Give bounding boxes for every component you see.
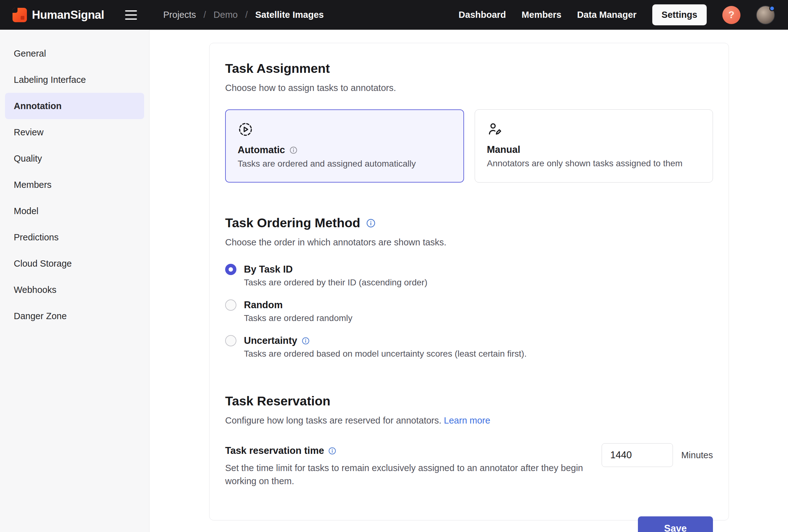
sidebar-item-model[interactable]: Model	[5, 198, 144, 224]
breadcrumb-current-project: Satellite Images	[255, 10, 323, 20]
task-ordering-section: Task Ordering Method Choose the order in…	[225, 216, 713, 359]
learn-more-link[interactable]: Learn more	[444, 415, 490, 425]
sidebar-item-cloud-storage[interactable]: Cloud Storage	[5, 250, 144, 277]
breadcrumb-demo[interactable]: Demo	[214, 10, 238, 20]
automatic-label: Automatic	[238, 144, 285, 156]
manual-label: Manual	[487, 144, 520, 155]
presence-dot	[769, 6, 775, 11]
uncertainty-description: Tasks are ordered based on model uncerta…	[244, 349, 713, 359]
menu-icon[interactable]	[124, 8, 138, 22]
breadcrumb-separator: /	[245, 10, 248, 20]
radio-icon[interactable]	[225, 264, 236, 275]
task-assignment-subtitle: Choose how to assign tasks to annotators…	[225, 83, 713, 93]
random-description: Tasks are ordered randomly	[244, 313, 713, 323]
nav-data-manager[interactable]: Data Manager	[577, 10, 636, 20]
sidebar-item-quality[interactable]: Quality	[5, 145, 144, 171]
assignment-options: Automatic Tasks are ordered and assigned…	[225, 109, 713, 183]
radio-uncertainty[interactable]: Uncertainty	[225, 335, 713, 346]
settings-button[interactable]: Settings	[652, 4, 707, 25]
by-task-id-label: By Task ID	[244, 264, 293, 275]
breadcrumb-separator: /	[203, 10, 206, 20]
reservation-minutes-input[interactable]	[602, 443, 673, 467]
manual-person-icon	[487, 121, 701, 137]
topbar-right: Dashboard Members Data Manager Settings …	[459, 4, 788, 25]
assignment-option-automatic[interactable]: Automatic Tasks are ordered and assigned…	[225, 109, 464, 183]
sidebar-item-members[interactable]: Members	[5, 171, 144, 198]
reservation-time-label: Task reservation time	[225, 445, 324, 456]
sidebar-item-webhooks[interactable]: Webhooks	[5, 277, 144, 303]
sidebar-item-general[interactable]: General	[5, 40, 144, 66]
nav-members[interactable]: Members	[521, 10, 561, 20]
annotation-settings-card: Task Assignment Choose how to assign tas…	[209, 43, 729, 520]
reservation-time-info-icon[interactable]	[328, 447, 336, 455]
humansignal-logo-icon	[13, 8, 27, 22]
task-ordering-subtitle: Choose the order in which annotators are…	[225, 237, 713, 248]
automatic-info-icon[interactable]	[289, 146, 298, 155]
settings-sidebar: General Labeling Interface Annotation Re…	[0, 30, 150, 532]
main-content: Task Assignment Choose how to assign tas…	[150, 30, 788, 532]
radio-by-task-id[interactable]: By Task ID	[225, 264, 713, 275]
avatar[interactable]	[756, 6, 775, 24]
automatic-play-icon	[238, 121, 452, 138]
app-window: HumanSignal Projects / Demo / Satellite …	[0, 0, 788, 532]
assignment-option-manual[interactable]: Manual Annotators are only shown tasks a…	[475, 109, 713, 183]
sidebar-item-labeling-interface[interactable]: Labeling Interface	[5, 66, 144, 93]
topbar-left: HumanSignal	[0, 0, 150, 30]
sidebar-item-annotation[interactable]: Annotation	[5, 93, 144, 119]
nav-dashboard[interactable]: Dashboard	[459, 10, 506, 20]
by-task-id-description: Tasks are ordered by their ID (ascending…	[244, 278, 713, 288]
task-ordering-info-icon[interactable]	[366, 218, 376, 228]
brand-name: HumanSignal	[32, 8, 104, 22]
ordering-options: By Task ID Tasks are ordered by their ID…	[225, 264, 713, 359]
random-label: Random	[244, 300, 283, 311]
sidebar-item-danger-zone[interactable]: Danger Zone	[5, 303, 144, 329]
task-reservation-subtitle: Configure how long tasks are reserved fo…	[225, 415, 441, 425]
content-row: General Labeling Interface Annotation Re…	[0, 30, 788, 532]
topbar: HumanSignal Projects / Demo / Satellite …	[0, 0, 788, 30]
sidebar-item-review[interactable]: Review	[5, 119, 144, 145]
task-reservation-section: Task Reservation Configure how long task…	[225, 394, 713, 532]
manual-description: Annotators are only shown tasks assigned…	[487, 159, 701, 168]
radio-random[interactable]: Random	[225, 300, 713, 311]
breadcrumb: Projects / Demo / Satellite Images	[163, 10, 323, 20]
help-button[interactable]: ?	[722, 6, 741, 24]
automatic-description: Tasks are ordered and assigned automatic…	[238, 159, 452, 169]
reservation-time-field: Task reservation time Set the time l	[225, 445, 713, 488]
save-button[interactable]: Save	[638, 516, 713, 532]
radio-icon[interactable]	[225, 300, 236, 311]
breadcrumb-projects[interactable]: Projects	[163, 10, 196, 20]
brand[interactable]: HumanSignal	[13, 8, 104, 22]
uncertainty-label: Uncertainty	[244, 335, 297, 346]
task-ordering-title: Task Ordering Method	[225, 216, 360, 230]
sidebar-item-predictions[interactable]: Predictions	[5, 224, 144, 250]
radio-icon[interactable]	[225, 335, 236, 346]
uncertainty-info-icon[interactable]	[301, 336, 310, 345]
minutes-unit-label: Minutes	[681, 450, 713, 461]
reservation-time-description: Set the time limit for tasks to remain e…	[225, 462, 597, 488]
task-reservation-title: Task Reservation	[225, 394, 713, 409]
task-assignment-title: Task Assignment	[225, 61, 713, 76]
